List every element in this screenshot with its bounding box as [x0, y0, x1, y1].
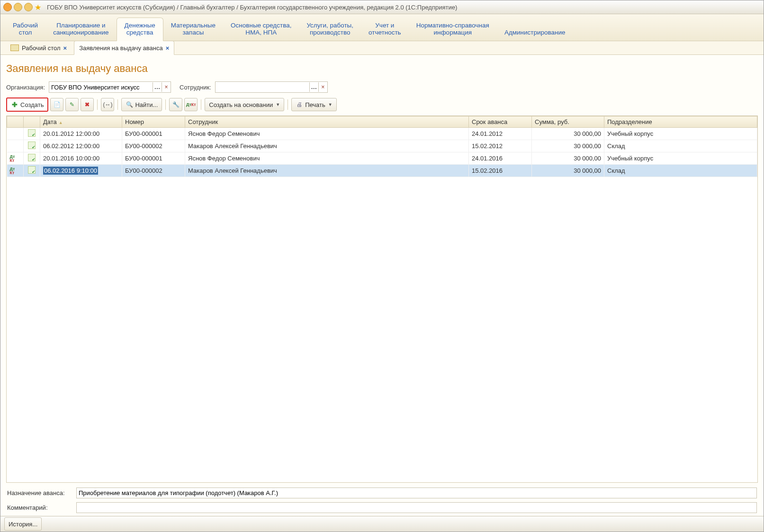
copy-icon: 📄: [53, 101, 61, 108]
swap-button[interactable]: (↔): [101, 98, 114, 111]
window-title: ГОБУ ВПО Университет искусств (Субсидия)…: [47, 4, 457, 11]
col-date[interactable]: Дата▲: [40, 116, 122, 128]
org-select-icon[interactable]: …: [153, 82, 162, 92]
comment-input[interactable]: [76, 502, 757, 513]
separator: [165, 99, 166, 110]
col-employee[interactable]: Сотрудник: [185, 116, 469, 128]
content-area: Заявления на выдачу аванса Организация: …: [0, 55, 764, 516]
section-tab-accounting[interactable]: Учет и отчетность: [361, 18, 409, 41]
table-row[interactable]: ДтКт06.02.2016 9:10:00БУ00-000002Макаров…: [7, 165, 757, 177]
col-indicator[interactable]: [7, 116, 24, 128]
col-status[interactable]: [24, 116, 40, 128]
print-button[interactable]: 🖨 Печать ▼: [291, 98, 337, 111]
delete-button[interactable]: ✖: [81, 98, 94, 111]
create-based-button[interactable]: Создать на основании ▼: [205, 98, 284, 111]
doc-tab-advance[interactable]: Заявления на выдачу аванса ×: [74, 41, 174, 55]
sort-asc-icon: ▲: [59, 120, 63, 125]
pencil-icon: ✎: [68, 101, 76, 108]
purpose-input[interactable]: [76, 488, 757, 498]
dropdown-icon[interactable]: [14, 3, 22, 11]
chevron-down-icon: ▼: [328, 102, 333, 107]
col-dept[interactable]: Подразделение: [604, 116, 757, 128]
plus-icon: ✚: [11, 101, 18, 108]
app-icon[interactable]: [3, 3, 12, 11]
dtkt-icon: ДтКт: [10, 167, 21, 175]
app-window: ★ ГОБУ ВПО Университет искусств (Субсиди…: [0, 0, 764, 532]
section-tab-materials[interactable]: Материальные запасы: [163, 18, 223, 41]
col-number[interactable]: Номер: [122, 116, 185, 128]
grid-header-row: Дата▲ Номер Сотрудник Срок аванса Сумма,…: [7, 116, 757, 128]
separator: [117, 99, 118, 110]
org-combo[interactable]: … ×: [49, 81, 171, 93]
table-row[interactable]: 20.01.2012 12:00:00БУ00-000001Яснов Федо…: [7, 128, 757, 140]
purpose-label: Назначение аванса:: [7, 489, 73, 497]
separator: [97, 99, 98, 110]
emp-combo[interactable]: … ×: [215, 81, 328, 93]
round-icon[interactable]: [24, 3, 33, 11]
edit-button[interactable]: ✎: [65, 98, 79, 111]
printer-icon: 🖨: [296, 101, 303, 108]
emp-select-icon[interactable]: …: [309, 82, 318, 92]
close-icon[interactable]: ×: [63, 44, 67, 52]
document-ok-icon: [28, 129, 36, 137]
doc-tab-label: Заявления на выдачу аванса: [79, 44, 162, 52]
org-clear-icon[interactable]: ×: [162, 82, 171, 92]
dtkt-icon: ДтКт: [10, 155, 21, 162]
comment-label: Комментарий:: [7, 504, 73, 511]
document-ok-icon: [28, 166, 36, 174]
col-due[interactable]: Срок аванса: [469, 116, 532, 128]
page-title: Заявления на выдачу аванса: [6, 62, 758, 75]
favorite-icon[interactable]: ★: [35, 3, 41, 12]
section-tab-services[interactable]: Услуги, работы, производство: [299, 18, 361, 41]
section-tab-assets[interactable]: Основные средства, НМА, НПА: [223, 18, 299, 41]
create-label: Создать: [20, 101, 44, 108]
section-tab-admin[interactable]: Администрирование: [497, 25, 573, 41]
emp-clear-icon[interactable]: ×: [318, 82, 327, 92]
dtkt-icon: ДтКт: [187, 101, 195, 108]
doc-tab-label: Рабочий стол: [22, 44, 61, 52]
doc-tab-desktop[interactable]: Рабочий стол ×: [5, 41, 72, 55]
close-icon[interactable]: ×: [166, 44, 170, 52]
history-button[interactable]: История...: [4, 517, 42, 531]
desktop-icon: [10, 44, 19, 51]
chevron-down-icon: ▼: [276, 102, 280, 107]
statusbar: История...: [0, 516, 764, 532]
find-button[interactable]: 🔍 Найти...: [121, 98, 162, 111]
table-row[interactable]: ДтКт20.01.2016 10:00:00БУ00-000001Яснов …: [7, 152, 757, 165]
create-based-label: Создать на основании: [209, 101, 273, 108]
table-row[interactable]: 06.02.2012 12:00:00БУ00-000002Макаров Ал…: [7, 140, 757, 152]
swap-icon: (↔): [104, 101, 111, 108]
document-tabs: Рабочий стол × Заявления на выдачу аванс…: [0, 41, 764, 55]
section-tab-planning[interactable]: Планирование и санкционирование: [45, 18, 116, 41]
org-input[interactable]: [49, 83, 153, 92]
dtkt-button[interactable]: ДтКт: [184, 98, 198, 111]
toolbar: ✚ Создать 📄 ✎ ✖ (↔) 🔍 Найти... 🔧 ДтКт Со…: [6, 98, 758, 112]
section-tab-desktop[interactable]: Рабочий стол: [5, 18, 45, 41]
emp-input[interactable]: [216, 83, 309, 92]
delete-icon: ✖: [83, 101, 91, 108]
titlebar: ★ ГОБУ ВПО Университет искусств (Субсиди…: [0, 0, 764, 14]
print-label: Печать: [305, 101, 325, 108]
filter-bar: Организация: … × Сотрудник: … ×: [6, 81, 758, 93]
wrench-icon: 🔧: [172, 101, 180, 108]
document-ok-icon: [28, 154, 36, 161]
copy-button[interactable]: 📄: [50, 98, 63, 111]
section-tab-cash[interactable]: Денежные средства: [117, 18, 163, 41]
section-tabs: Рабочий стол Планирование и санкциониров…: [0, 14, 764, 41]
col-sum[interactable]: Сумма, руб.: [532, 116, 604, 128]
separator: [201, 99, 201, 110]
settings-button[interactable]: 🔧: [169, 98, 182, 111]
separator: [288, 99, 288, 110]
emp-label: Сотрудник:: [180, 84, 211, 91]
grid[interactable]: Дата▲ Номер Сотрудник Срок аванса Сумма,…: [6, 115, 758, 483]
bottom-fields: Назначение аванса: Комментарий:: [6, 483, 758, 516]
magnifier-icon: 🔍: [126, 101, 133, 108]
create-button[interactable]: ✚ Создать: [6, 98, 48, 112]
section-tab-reference[interactable]: Нормативно-справочная информация: [409, 18, 497, 41]
find-label: Найти...: [135, 101, 158, 108]
document-ok-icon: [28, 142, 36, 149]
org-label: Организация:: [6, 84, 45, 91]
